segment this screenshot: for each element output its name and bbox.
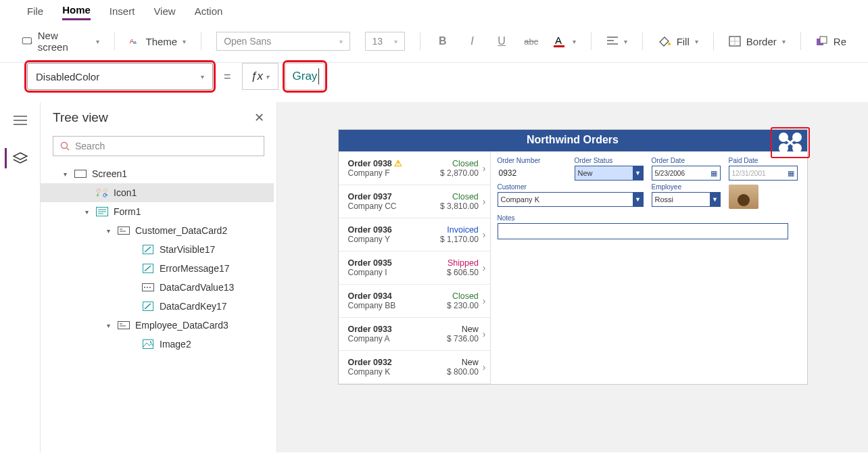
order-list-item[interactable]: Order 0933Company ANew$ 736.00› (339, 318, 490, 351)
order-list-item[interactable]: Order 0937Company CCClosed$ 3,810.00› (339, 185, 490, 218)
reorder-label: Re (834, 36, 846, 47)
underline-button[interactable]: U (494, 35, 509, 47)
ribbon: + New screen ▾ Aa Theme ▾ Open Sans▾ 13▾… (0, 23, 868, 63)
reorder-button[interactable]: Re (816, 36, 846, 47)
group-node-icon: ♡♡+⟳ (96, 188, 108, 197)
design-canvas[interactable]: Northwind Orders Order 0938⚠Company FClo… (277, 102, 868, 452)
chevron-right-icon: › (483, 329, 486, 339)
order-status-label: Invoiced (440, 225, 479, 235)
tree-close-button[interactable]: ✕ (254, 110, 264, 125)
svg-point-10 (62, 143, 68, 149)
order-list-item[interactable]: Order 0938⚠Company FClosed$ 2,870.00› (339, 151, 490, 185)
order-amount-label: $ 800.00 (447, 367, 479, 377)
tab-insert[interactable]: Insert (110, 5, 135, 20)
svg-rect-11 (75, 170, 87, 178)
svg-text:A: A (555, 34, 562, 46)
tree-node-screen1[interactable]: ▾ Screen1 (41, 164, 274, 183)
tab-file[interactable]: File (27, 5, 43, 20)
tab-view[interactable]: View (153, 5, 175, 20)
val-order-date: 5/23/2006 (655, 170, 685, 177)
tree-label: Form1 (114, 206, 141, 217)
form-node-icon (96, 207, 108, 216)
datacard-node-icon (118, 320, 130, 330)
order-company-label: Company I (348, 268, 448, 277)
order-amount-label: $ 2,870.00 (440, 168, 479, 178)
svg-text:a: a (134, 39, 137, 45)
tree-list[interactable]: ▾ Screen1 ♡♡+⟳ Icon1 ▾ Form1 ▾ Customer_… (41, 164, 276, 452)
svg-point-23 (149, 287, 151, 288)
svg-text:⟳: ⟳ (103, 192, 108, 197)
align-button[interactable]: ▾ (606, 36, 627, 47)
formula-bar: DisabledColor ▾ = ƒx▾ Gray (0, 63, 868, 102)
tree-label: Icon1 (114, 187, 137, 198)
order-amount-label: $ 736.00 (447, 334, 479, 343)
font-color-button[interactable]: A ▾ (554, 34, 576, 48)
left-rail (0, 102, 41, 452)
font-family-select[interactable]: Open Sans▾ (216, 32, 349, 51)
svg-text:+: + (30, 41, 32, 45)
tree-node-image2[interactable]: Image2 (41, 335, 274, 354)
lbl-notes: Notes (498, 214, 798, 222)
warning-icon: ⚠ (394, 158, 402, 168)
italic-button[interactable]: I (465, 35, 480, 47)
paid-date-picker[interactable]: 12/31/2001 ▦ (729, 166, 798, 181)
font-family-value: Open Sans (224, 36, 271, 47)
tree-node-errormessage[interactable]: ErrorMessage17 (41, 259, 274, 278)
fill-label: Fill (677, 36, 690, 47)
order-id-label: Order 0934 (348, 291, 392, 301)
order-list-item[interactable]: Order 0932Company KNew$ 800.00› (339, 351, 490, 384)
formula-input[interactable]: Gray (285, 63, 325, 90)
rail-hamburger[interactable] (6, 110, 34, 130)
order-list-item[interactable]: Order 0936Company YInvoiced$ 1,170.00› (339, 218, 490, 252)
theme-button[interactable]: Aa Theme ▾ (129, 36, 186, 47)
tree-node-icon1[interactable]: ♡♡+⟳ Icon1 (41, 183, 274, 202)
border-label: Border (746, 36, 777, 47)
order-gallery[interactable]: Order 0938⚠Company FClosed$ 2,870.00›Ord… (339, 151, 491, 384)
order-id-label: Order 0932 (348, 358, 392, 367)
tree-node-starvisible[interactable]: StarVisible17 (41, 240, 274, 259)
tree-node-employee-card[interactable]: ▾ Employee_DataCard3 (41, 316, 274, 335)
tree-node-datacardkey[interactable]: DataCardKey17 (41, 297, 274, 316)
app-title-bar: Northwind Orders (339, 130, 807, 151)
order-id-label: Order 0933 (348, 325, 392, 334)
tree-node-form1[interactable]: ▾ Form1 (41, 202, 274, 221)
val-order-status: New (578, 169, 593, 177)
chevron-right-icon: › (483, 362, 486, 373)
svg-rect-5 (554, 45, 564, 47)
fill-button[interactable]: Fill ▾ (658, 35, 698, 47)
employee-select[interactable]: Rossi ▼ (652, 192, 721, 207)
tree-node-customer-card[interactable]: ▾ Customer_DataCard2 (41, 221, 274, 240)
order-status-select[interactable]: New ▼ (575, 166, 644, 181)
fx-button[interactable]: ƒx▾ (242, 63, 279, 90)
border-button[interactable]: Border ▾ (729, 36, 786, 47)
customer-select[interactable]: Company K ▼ (498, 192, 644, 207)
selected-control-outline[interactable] (771, 127, 810, 158)
tab-home[interactable]: Home (62, 4, 91, 20)
tree-search-input[interactable]: Search (53, 136, 264, 156)
font-size-select[interactable]: 13▾ (365, 32, 405, 51)
svg-point-22 (147, 287, 148, 288)
new-screen-button[interactable]: + New screen ▾ (22, 30, 99, 53)
order-date-picker[interactable]: 5/23/2006 ▦ (652, 166, 721, 181)
order-status-label: Closed (440, 159, 479, 168)
tree-label: Screen1 (92, 168, 127, 179)
rail-tree-view[interactable] (5, 148, 33, 168)
tree-node-datacardvalue[interactable]: DataCardValue13 (41, 278, 274, 297)
lbl-employee: Employee (652, 183, 721, 191)
tree-label: DataCardValue13 (160, 282, 234, 293)
strike-button[interactable]: abc (524, 35, 539, 47)
order-amount-label: $ 606.50 (447, 268, 479, 277)
property-selector[interactable]: DisabledColor ▾ (27, 63, 213, 90)
tree-label: DataCardKey17 (160, 301, 227, 312)
order-list-item[interactable]: Order 0935Company IShipped$ 606.50› (339, 252, 490, 285)
bold-button[interactable]: B (435, 35, 450, 47)
order-company-label: Company A (348, 334, 448, 343)
svg-rect-17 (118, 227, 130, 235)
order-company-label: Company Y (348, 235, 441, 244)
svg-point-27 (150, 341, 151, 343)
lbl-customer: Customer (498, 183, 644, 191)
notes-input[interactable] (498, 223, 788, 239)
order-list-item[interactable]: Order 0934Company BBClosed$ 230.00› (339, 285, 490, 318)
tab-action[interactable]: Action (195, 5, 223, 20)
tree-view-panel: Tree view ✕ Search ▾ Screen1 ♡♡+⟳ Icon1 … (41, 102, 277, 452)
